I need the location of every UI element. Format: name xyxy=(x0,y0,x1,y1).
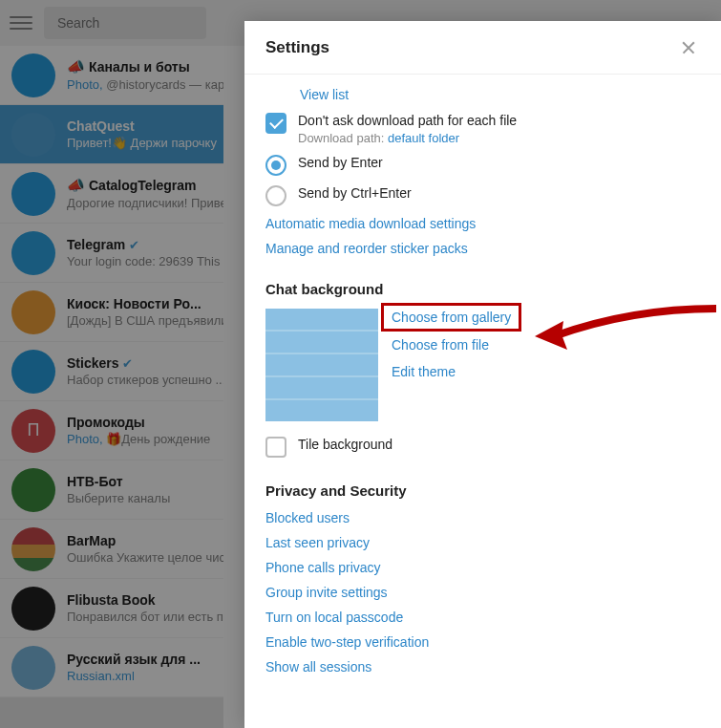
phone-calls-privacy-link[interactable]: Phone calls privacy xyxy=(265,560,700,575)
privacy-security-title: Privacy and Security xyxy=(265,482,700,499)
dialog-body: View list Don't ask download path for ea… xyxy=(244,75,721,728)
sticker-packs-link[interactable]: Manage and reorder sticker packs xyxy=(265,241,700,256)
download-path-sub: Download path: default folder xyxy=(298,131,517,145)
option-label: Tile background xyxy=(298,437,392,452)
option-label: Send by Enter xyxy=(298,155,383,170)
dialog-header: Settings xyxy=(244,21,721,75)
last-seen-privacy-link[interactable]: Last seen privacy xyxy=(265,535,700,550)
dialog-title: Settings xyxy=(265,38,329,57)
view-list-link[interactable]: View list xyxy=(300,87,349,102)
settings-dialog: Settings View list Don't ask download pa… xyxy=(244,21,721,728)
checkbox-icon[interactable] xyxy=(265,437,286,458)
show-all-sessions-link[interactable]: Show all sessions xyxy=(265,659,700,674)
option-label: Don't ask download path for each file xyxy=(298,113,517,128)
two-step-verification-link[interactable]: Enable two-step verification xyxy=(265,634,700,650)
choose-from-file-link[interactable]: Choose from file xyxy=(392,337,516,353)
edit-theme-link[interactable]: Edit theme xyxy=(392,364,516,379)
group-invite-link[interactable]: Group invite settings xyxy=(265,585,700,600)
auto-media-download-link[interactable]: Automatic media download settings xyxy=(265,216,700,231)
background-thumbnail[interactable] xyxy=(265,309,378,421)
download-path-label: Download path: xyxy=(298,131,388,145)
local-passcode-link[interactable]: Turn on local passcode xyxy=(265,610,700,625)
checkbox-checked-icon[interactable] xyxy=(265,113,286,134)
send-by-ctrl-enter-row[interactable]: Send by Ctrl+Enter xyxy=(265,185,700,206)
choose-from-gallery-link[interactable]: Choose from gallery xyxy=(387,309,516,326)
option-label: Send by Ctrl+Enter xyxy=(298,185,412,201)
close-icon[interactable] xyxy=(677,36,700,59)
send-by-enter-row[interactable]: Send by Enter xyxy=(265,155,700,176)
blocked-users-link[interactable]: Blocked users xyxy=(265,510,700,525)
radio-selected-icon[interactable] xyxy=(265,155,286,176)
chat-background-title: Chat background xyxy=(265,281,700,297)
chat-background-row: Choose from gallery Choose from file Edi… xyxy=(265,309,700,421)
default-folder-link[interactable]: default folder xyxy=(388,131,459,145)
radio-icon[interactable] xyxy=(265,185,286,206)
tile-background-row[interactable]: Tile background xyxy=(265,437,700,458)
dont-ask-download-row[interactable]: Don't ask download path for each file Do… xyxy=(265,113,700,145)
